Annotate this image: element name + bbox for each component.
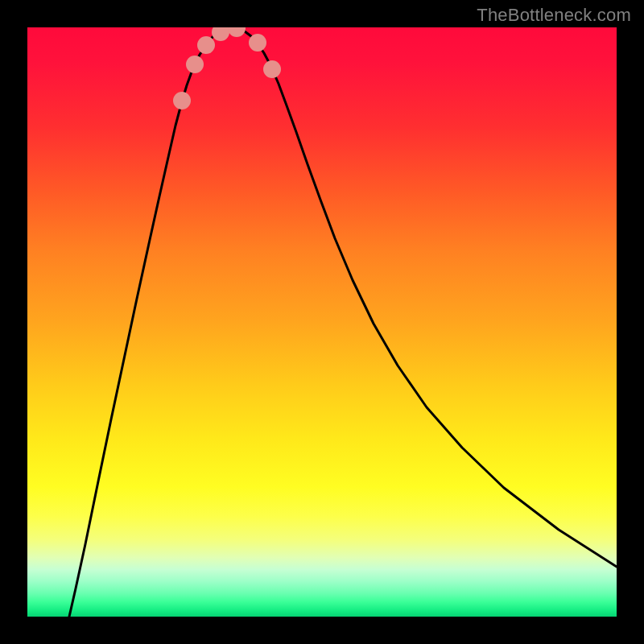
bottleneck-curve [69,28,617,617]
marker-dot [212,27,229,41]
watermark-text: TheBottleneck.com [477,5,631,26]
marker-dot [228,27,246,37]
marker-dot [197,36,215,54]
plot-area [27,27,617,617]
marker-dot [249,34,266,52]
marker-dot [263,60,281,78]
marker-dot [173,92,191,109]
marker-dot [186,56,204,73]
curve-markers [173,27,281,109]
chart-frame: TheBottleneck.com [0,0,644,644]
curve-svg [27,27,617,617]
